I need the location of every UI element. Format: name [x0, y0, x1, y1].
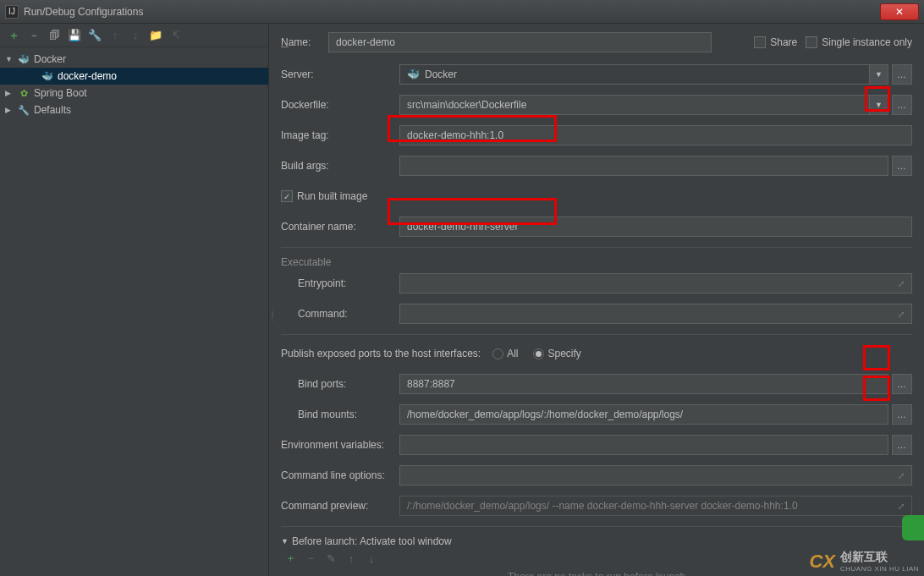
- move-up-icon: ↑: [108, 29, 122, 42]
- tree-node-defaults[interactable]: ▶ 🔧 Defaults: [0, 101, 268, 118]
- window-title: Run/Debug Configurations: [24, 6, 143, 18]
- server-browse-button[interactable]: …: [892, 64, 912, 85]
- server-dropdown-arrow[interactable]: ▼: [870, 64, 888, 85]
- radio-specify[interactable]: Specify: [533, 348, 580, 359]
- build-args-label: Build args:: [281, 160, 399, 172]
- server-label: Server:: [281, 69, 399, 80]
- dockerfile-browse-button[interactable]: …: [892, 95, 912, 115]
- config-tree: ▼ 🐳 Docker 🐳 docker-demo ▶ ✿ Spring Boot…: [0, 47, 268, 576]
- cmd-preview-output: /:/home/docker_demo/app/logs/ --name doc…: [399, 496, 912, 516]
- decoration-green: [902, 515, 924, 540]
- move-up-icon: ↑: [345, 552, 357, 564]
- bind-mounts-label: Bind mounts:: [281, 409, 399, 420]
- save-config-icon[interactable]: 💾: [68, 29, 81, 42]
- remove-config-icon[interactable]: －: [27, 29, 41, 42]
- tree-node-docker-demo[interactable]: 🐳 docker-demo: [0, 68, 268, 85]
- bind-ports-browse-button[interactable]: …: [892, 374, 912, 394]
- bind-ports-input[interactable]: 8887:8887: [399, 374, 888, 394]
- container-name-label: Container name:: [281, 221, 399, 233]
- checkbox-checked-icon: [281, 190, 293, 202]
- sidebar: ＋ － 🗐 💾 🔧 ↑ ↓ 📁 ↸ ▼ 🐳 Docker 🐳 docker-de…: [0, 24, 269, 576]
- move-down-icon: ↓: [129, 29, 142, 42]
- watermark: CX 创新互联 CHUANG XIN HU LIAN: [809, 550, 919, 573]
- expand-icon[interactable]: ⤢: [898, 279, 905, 288]
- docker-icon: 🐳: [407, 69, 420, 80]
- cmd-options-input[interactable]: ⤢: [399, 465, 912, 485]
- env-vars-input[interactable]: [399, 435, 888, 455]
- name-input[interactable]: docker-demo: [328, 32, 712, 52]
- collapse-arrow-icon: ▼: [281, 537, 289, 546]
- edit-task-icon: ✎: [325, 552, 337, 564]
- config-form: ⋮⋮⋮ Name: docker-demo Share Single insta…: [269, 24, 924, 576]
- build-args-input[interactable]: [399, 156, 888, 176]
- image-tag-label: Image tag:: [281, 129, 399, 141]
- settings-icon[interactable]: 🔧: [88, 29, 102, 42]
- build-args-browse-button[interactable]: …: [892, 156, 912, 176]
- server-select[interactable]: 🐳 Docker: [399, 64, 870, 85]
- tree-label: Docker: [34, 53, 66, 65]
- tree-node-spring-boot[interactable]: ▶ ✿ Spring Boot: [0, 85, 268, 101]
- drag-handle[interactable]: ⋮⋮⋮: [269, 311, 272, 337]
- tree-node-docker[interactable]: ▼ 🐳 Docker: [0, 51, 268, 68]
- share-checkbox[interactable]: Share: [754, 36, 797, 48]
- dockerfile-input[interactable]: src\main\docker\Dockerfile: [399, 95, 870, 115]
- run-built-checkbox[interactable]: Run built image: [281, 190, 367, 202]
- collapse-icon: ↸: [169, 29, 183, 42]
- radio-all[interactable]: All: [492, 348, 518, 359]
- move-down-icon: ↓: [366, 552, 377, 564]
- sidebar-toolbar: ＋ － 🗐 💾 🔧 ↑ ↓ 📁 ↸: [0, 24, 268, 47]
- publish-ports-label: Publish exposed ports to the host interf…: [281, 348, 481, 359]
- entrypoint-input[interactable]: ⤢: [399, 273, 912, 293]
- env-vars-browse-button[interactable]: …: [892, 435, 912, 455]
- add-config-icon[interactable]: ＋: [7, 29, 20, 42]
- cmd-preview-label: Command preview:: [281, 500, 399, 512]
- close-button[interactable]: ✕: [880, 3, 919, 20]
- wrench-icon: 🔧: [17, 103, 30, 117]
- expand-icon[interactable]: ⤢: [898, 310, 905, 319]
- bind-mounts-browse-button[interactable]: …: [892, 404, 912, 425]
- spring-icon: ✿: [17, 86, 30, 100]
- tree-label: docker-demo: [58, 70, 117, 82]
- expand-icon[interactable]: ⤢: [898, 471, 905, 480]
- expand-icon[interactable]: ⤢: [898, 502, 905, 511]
- docker-icon: 🐳: [17, 52, 30, 66]
- tree-label: Spring Boot: [34, 87, 87, 99]
- container-name-input[interactable]: docker-demo-hhh-server: [399, 217, 912, 237]
- bind-ports-label: Bind ports:: [281, 378, 399, 390]
- dockerfile-label: Dockerfile:: [281, 99, 399, 111]
- tree-label: Defaults: [34, 104, 71, 116]
- cmd-options-label: Command line options:: [281, 469, 399, 481]
- remove-task-icon: －: [305, 552, 316, 564]
- entrypoint-label: Entrypoint:: [281, 277, 399, 289]
- name-label: Name:: [281, 36, 328, 48]
- docker-icon: 🐳: [41, 69, 54, 83]
- app-icon: IJ: [5, 5, 19, 19]
- expand-arrow-icon[interactable]: ▼: [5, 55, 14, 63]
- env-vars-label: Environment variables:: [281, 439, 399, 451]
- command-input[interactable]: ⤢: [399, 304, 912, 324]
- expand-arrow-icon[interactable]: ▶: [5, 89, 14, 97]
- dockerfile-dropdown-arrow[interactable]: ▼: [870, 95, 888, 115]
- watermark-logo: CX: [809, 551, 835, 573]
- image-tag-input[interactable]: docker-demo-hhh:1.0: [399, 125, 912, 145]
- command-label: Command:: [281, 308, 399, 320]
- before-launch-header[interactable]: ▼ Before launch: Activate tool window: [281, 535, 912, 547]
- folder-icon[interactable]: 📁: [149, 29, 162, 42]
- expand-arrow-icon[interactable]: ▶: [5, 106, 14, 114]
- executable-section-title: Executable: [281, 256, 912, 268]
- titlebar: IJ Run/Debug Configurations ✕: [0, 0, 924, 24]
- copy-config-icon[interactable]: 🗐: [47, 29, 61, 42]
- add-task-icon[interactable]: ＋: [284, 552, 296, 564]
- single-instance-checkbox[interactable]: Single instance only: [806, 36, 912, 48]
- bind-mounts-input[interactable]: /home/docker_demo/app/logs/:/home/docker…: [399, 404, 888, 425]
